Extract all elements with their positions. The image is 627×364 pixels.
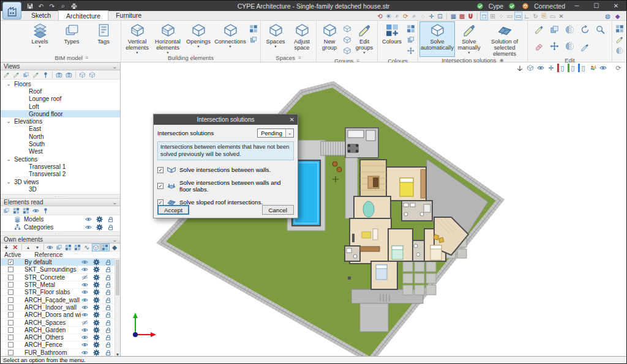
active-checkbox[interactable]	[8, 297, 13, 303]
solution-of-selected-elements-button[interactable]: Solution of selected elements	[483, 21, 526, 57]
eye-icon[interactable]	[81, 297, 88, 303]
paste-view-icon[interactable]	[64, 71, 73, 79]
active-checkbox[interactable]	[8, 335, 13, 340]
solve-manually-button[interactable]: Solve manually▾	[455, 21, 483, 57]
gear-icon[interactable]	[93, 327, 100, 333]
own-element-row[interactable]: ARCH_Garden	[1, 327, 120, 334]
gear-icon[interactable]	[93, 281, 100, 288]
save-icon[interactable]	[25, 1, 35, 10]
connections-button[interactable]: Connections▾	[213, 21, 247, 54]
zoom-icon[interactable]	[595, 24, 606, 37]
tree-item-roof[interactable]: Roof	[1, 87, 120, 95]
expand-all-icon[interactable]	[12, 207, 21, 215]
sphere-icon[interactable]: ◌	[419, 12, 427, 20]
tree-item-ground-floor[interactable]: Ground floor	[1, 110, 120, 117]
gear-icon[interactable]	[93, 274, 100, 281]
frame-icon[interactable]: □	[480, 12, 488, 20]
eye-icon[interactable]	[85, 216, 92, 223]
tags-button[interactable]: Tags	[88, 21, 119, 54]
tree-item-loft[interactable]: Loft	[1, 103, 120, 110]
duplicate-view-icon[interactable]	[12, 71, 21, 79]
visibility-multi-icon[interactable]	[46, 243, 54, 251]
close-button[interactable]: ✕	[608, 1, 624, 10]
cancel-button[interactable]: Cancel	[262, 205, 295, 215]
grid-icon[interactable]: ⊞	[489, 12, 497, 20]
tree-item-south[interactable]: South	[1, 140, 120, 147]
group-remove-icon[interactable]	[342, 45, 352, 56]
group-add-icon[interactable]	[342, 34, 352, 45]
lock-icon[interactable]	[105, 341, 111, 348]
tree-item-3d-views[interactable]: ⌄3D views	[1, 178, 120, 185]
search-icon[interactable]: ⌕	[58, 1, 68, 10]
active-checkbox[interactable]	[8, 342, 13, 347]
screen-capture-icon[interactable]: ⊡	[436, 12, 444, 20]
active-checkbox[interactable]	[8, 275, 13, 280]
maximize-button[interactable]: ☐	[588, 1, 604, 10]
angle-icon[interactable]	[614, 45, 625, 56]
rotate-icon[interactable]	[580, 24, 590, 37]
tools-icon[interactable]: ◆	[614, 12, 621, 20]
tree-item-3d[interactable]: 3D	[1, 185, 120, 193]
orbit-reset-icon[interactable]: ↻	[531, 12, 539, 20]
new-group-button[interactable]: New group	[318, 21, 341, 58]
active-checkbox[interactable]	[8, 312, 13, 318]
clipboard-icon[interactable]: ⎘	[540, 12, 548, 20]
sketch-icon[interactable]	[614, 34, 625, 45]
checkbox[interactable]: ✓	[157, 183, 163, 189]
app-icon[interactable]	[2, 2, 21, 20]
eye-icon[interactable]	[81, 334, 88, 341]
eye-icon[interactable]	[81, 327, 88, 333]
scrollbar-thumb[interactable]	[116, 260, 119, 295]
section-y-icon[interactable]: ▯	[568, 64, 576, 72]
gear-icon[interactable]	[96, 224, 103, 231]
lock-icon[interactable]	[105, 319, 111, 326]
gear-icon[interactable]	[93, 266, 100, 273]
panel-splitter[interactable]: ····	[1, 231, 120, 236]
lock-icon[interactable]	[105, 259, 111, 266]
delete-icon[interactable]: ✕	[11, 243, 20, 251]
openings-button[interactable]: Openings▾	[184, 21, 213, 54]
eye-icon[interactable]	[81, 349, 88, 356]
refresh-view-icon[interactable]: ⟳	[402, 12, 410, 20]
horizontal-elements-button[interactable]: Horizontal elements▾	[152, 21, 184, 54]
zoom-search-icon[interactable]: ⌕	[393, 12, 401, 20]
expand-all-icon[interactable]	[64, 243, 73, 251]
reference-view-icon[interactable]	[41, 71, 50, 79]
hide-elements-icon[interactable]	[599, 64, 607, 72]
lock-icon[interactable]	[105, 327, 111, 333]
lock-icon[interactable]	[105, 289, 111, 295]
elements-read-row-models[interactable]: Models	[1, 215, 120, 223]
collapse-all-icon[interactable]	[73, 243, 82, 251]
own-elements-panel-header[interactable]: Own elements⌄	[1, 236, 120, 243]
solid-view-icon[interactable]	[526, 64, 535, 72]
tab-architecture[interactable]: Architecture	[58, 10, 108, 20]
drawing-canvas[interactable]: ✛ ▯ ▯ ▯ ⟳	[121, 62, 626, 357]
colour-picker-icon[interactable]	[580, 41, 590, 54]
eye-icon[interactable]	[85, 224, 92, 231]
gear-icon[interactable]	[93, 349, 100, 356]
option-walls[interactable]: ✓ Solve intersections between walls.	[157, 166, 294, 174]
gear-icon[interactable]	[93, 304, 100, 311]
move-down-icon[interactable]: ▼	[33, 243, 42, 251]
pin-icon[interactable]	[41, 207, 50, 215]
active-checkbox[interactable]	[8, 327, 13, 333]
tree-item-north[interactable]: North	[1, 133, 120, 140]
dialog-title-bar[interactable]: Intersection solutions ✕	[154, 114, 298, 125]
own-element-row[interactable]: STR_Concrete	[1, 274, 120, 281]
lock-icon[interactable]	[107, 216, 114, 223]
active-checkbox[interactable]	[8, 289, 13, 295]
own-element-row[interactable]: ARCH_Fence	[1, 341, 120, 349]
eye-icon[interactable]	[81, 266, 88, 273]
web-globe-icon[interactable]: ◍	[604, 12, 612, 20]
gear-icon[interactable]	[96, 216, 103, 223]
lock-icon[interactable]	[105, 297, 111, 303]
own-element-row[interactable]: ARCH_Façade_wall	[1, 296, 120, 303]
eye-icon[interactable]	[81, 341, 88, 348]
vertical-elements-button[interactable]: Vertical elements▾	[122, 21, 152, 54]
gear-icon[interactable]	[93, 297, 100, 303]
eye-icon[interactable]	[81, 304, 88, 311]
tree-item-transversal-2[interactable]: Transversal 2	[1, 171, 120, 178]
set-square-icon[interactable]: ∟	[523, 12, 531, 20]
lock-icon[interactable]	[105, 349, 111, 356]
edit-view-icon[interactable]	[2, 71, 11, 79]
